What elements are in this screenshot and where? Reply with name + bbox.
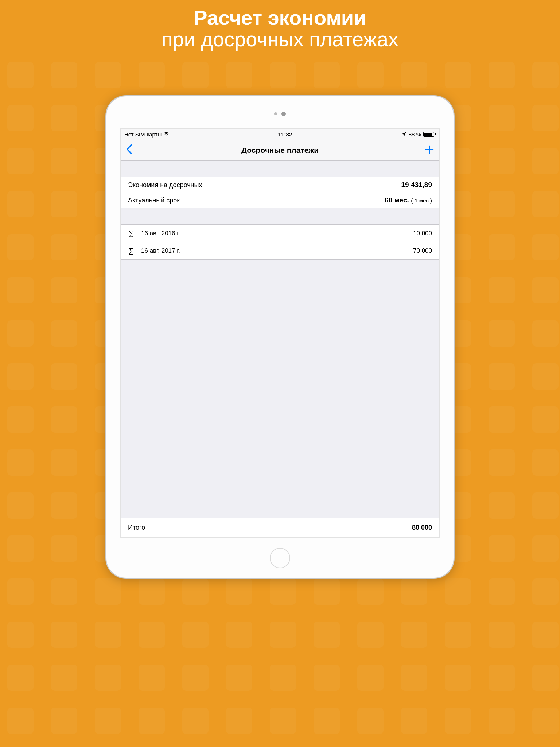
nav-bar: Досрочные платежи	[121, 140, 439, 161]
payment-row[interactable]: ∑ 16 авг. 2017 г. 70 000	[121, 242, 439, 259]
status-time: 11:32	[278, 131, 292, 138]
total-bar: Итого 80 000	[121, 518, 439, 537]
content-area[interactable]: Экономия на досрочных 19 431,89 Актуальн…	[121, 161, 439, 537]
total-value: 80 000	[412, 524, 432, 531]
tablet-frame: Нет SIM-карты 11:32 88 % Досрочные плате…	[106, 96, 454, 578]
sigma-icon: ∑	[128, 229, 135, 237]
payments-list: ∑ 16 авг. 2016 г. 10 000 ∑ 16 авг. 2017 …	[121, 224, 439, 260]
wifi-icon	[164, 132, 169, 137]
battery-percent: 88 %	[409, 131, 421, 138]
payment-amount: 10 000	[413, 230, 432, 237]
payment-row[interactable]: ∑ 16 авг. 2016 г. 10 000	[121, 225, 439, 242]
back-button[interactable]	[126, 144, 137, 156]
summary-block: Экономия на досрочных 19 431,89 Актуальн…	[121, 177, 439, 208]
headline-line1: Расчет экономии	[0, 7, 560, 29]
savings-value: 19 431,89	[401, 181, 432, 189]
page-title: Досрочные платежи	[241, 146, 319, 155]
carrier-label: Нет SIM-карты	[124, 131, 162, 138]
battery-icon	[423, 132, 436, 137]
home-button[interactable]	[270, 548, 290, 568]
app-screen: Нет SIM-карты 11:32 88 % Досрочные плате…	[120, 128, 440, 538]
term-value: 60 мес. (-1 мес.)	[385, 196, 432, 204]
sigma-icon: ∑	[128, 247, 135, 255]
payment-amount: 70 000	[413, 247, 432, 255]
plus-icon	[425, 145, 434, 154]
total-label: Итого	[128, 524, 145, 531]
savings-label: Экономия на досрочных	[128, 181, 202, 189]
status-bar: Нет SIM-карты 11:32 88 %	[121, 129, 439, 140]
add-button[interactable]	[423, 143, 434, 157]
chevron-left-icon	[126, 144, 132, 155]
device-camera	[274, 112, 286, 116]
location-icon	[401, 132, 407, 137]
marketing-headline: Расчет экономии при досрочных платежах	[0, 0, 560, 50]
payment-date: 16 авг. 2016 г.	[141, 230, 407, 237]
term-label: Актуальный срок	[128, 197, 180, 204]
payment-date: 16 авг. 2017 г.	[141, 247, 407, 255]
summary-savings-row: Экономия на досрочных 19 431,89	[121, 177, 439, 193]
headline-line2: при досрочных платежах	[0, 29, 560, 50]
summary-term-row: Актуальный срок 60 мес. (-1 мес.)	[121, 193, 439, 208]
